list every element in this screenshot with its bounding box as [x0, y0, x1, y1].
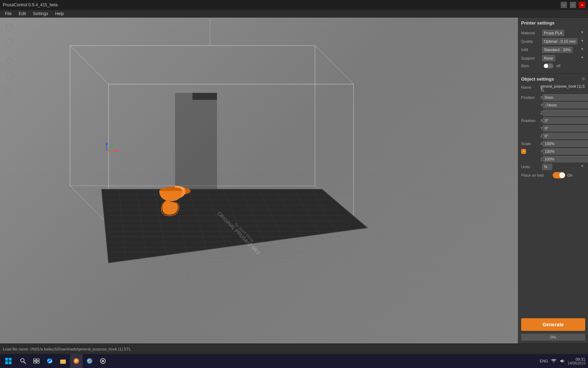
y-axis-label: Y	[540, 103, 543, 107]
svg-line-58	[107, 146, 112, 151]
support-select[interactable]: None	[542, 55, 555, 61]
ry-axis-label: Y	[540, 126, 543, 130]
support-label: Support	[521, 56, 542, 60]
sx-axis-label: X	[540, 142, 543, 146]
svg-text:ORIGINAL PRUSA i3 MK2: ORIGINAL PRUSA i3 MK2	[216, 211, 261, 255]
position-label: Position	[521, 95, 540, 100]
menu-edit[interactable]: Edit	[15, 11, 29, 17]
svg-rect-66	[9, 361, 12, 364]
main-content: ORIGINAL PRUSA i3 MK2 by Josef Prusa Pri…	[0, 18, 588, 343]
taskbar-explorer[interactable]	[57, 354, 69, 368]
menubar: File Edit Settings Help	[0, 10, 588, 18]
svg-rect-70	[37, 359, 39, 361]
material-label: Material	[521, 31, 542, 35]
object-settings-title-row: Object settings ⚙	[521, 76, 585, 82]
printer-settings-section: Printer settings Material Prusa PLA Qual…	[518, 18, 588, 74]
rotation-label: Rotation	[521, 118, 540, 123]
quality-select-wrapper: Optimal - 0.15 mm	[542, 38, 585, 45]
taskbar-prusaslicer[interactable]: P	[70, 354, 83, 368]
minimize-button[interactable]: ─	[561, 2, 567, 8]
place-on-bed-toggle[interactable]	[553, 172, 565, 178]
taskbar-chrome[interactable]	[83, 354, 96, 368]
svg-line-22	[70, 186, 108, 224]
scale-y-input[interactable]	[543, 148, 588, 155]
position-z-row: Z ▲ ▼	[521, 110, 585, 116]
svg-line-15	[70, 46, 108, 84]
quality-select[interactable]: Optimal - 0.15 mm	[542, 38, 578, 45]
brim-value: off	[556, 64, 560, 68]
svg-rect-69	[34, 359, 36, 361]
rotation-section: Rotation X ▲ ▼ Y	[521, 117, 585, 139]
right-panel: Printer settings Material Prusa PLA Qual…	[518, 18, 588, 343]
menu-help[interactable]: Help	[51, 11, 67, 17]
taskbar-extra[interactable]	[97, 354, 109, 368]
rotate-right-button[interactable]	[3, 36, 15, 49]
svg-line-47	[241, 190, 273, 261]
position-z-input[interactable]	[543, 110, 588, 116]
undo-button[interactable]	[3, 70, 15, 83]
progress-bar-container: 0%	[521, 334, 585, 341]
svg-marker-25	[102, 189, 368, 263]
svg-line-40	[119, 190, 126, 261]
generate-button[interactable]: Generate	[521, 318, 585, 331]
menu-file[interactable]: File	[1, 11, 15, 17]
svg-line-23	[315, 186, 354, 224]
start-button[interactable]	[1, 354, 15, 368]
grid-button[interactable]	[3, 86, 15, 98]
taskbar-search[interactable]	[17, 354, 29, 368]
window-controls: ─ □ ✕	[561, 2, 585, 8]
svg-marker-26	[102, 189, 368, 263]
position-y-input[interactable]	[543, 102, 588, 108]
svg-rect-11	[7, 90, 8, 91]
rotation-x-row: Rotation X ▲ ▼	[521, 117, 585, 124]
maximize-button[interactable]: □	[570, 2, 576, 8]
scale-lock-icon[interactable]: 🔒	[521, 149, 526, 154]
taskbar-right: ENG 09:31 14/08/2019	[537, 357, 588, 365]
rotate-left-button[interactable]	[3, 21, 15, 34]
rotation-x-input[interactable]	[543, 117, 588, 124]
scale-section: Scale X ▲ ▼ 🔒 Y	[521, 141, 585, 170]
rotation-y-input[interactable]	[543, 125, 588, 131]
brim-toggle[interactable]	[544, 63, 553, 68]
viewport-svg: ORIGINAL PRUSA i3 MK2 by Josef Prusa	[0, 18, 518, 343]
rotation-y-input-wrapper: ▲ ▼	[543, 125, 588, 131]
units-row: Units % mm	[521, 164, 585, 170]
progress-text: 0%	[551, 335, 556, 339]
svg-line-43	[172, 190, 189, 261]
close-button[interactable]: ✕	[579, 2, 585, 8]
position-x-input[interactable]	[543, 94, 588, 101]
svg-rect-10	[9, 91, 12, 94]
menu-settings[interactable]: Settings	[29, 11, 51, 17]
infill-select[interactable]: Standard - 20%	[542, 47, 573, 53]
scale-x-input[interactable]	[543, 141, 588, 147]
taskbar-edge[interactable]	[43, 354, 56, 368]
taskbar-time: 09:31	[568, 357, 585, 361]
rotation-z-input[interactable]	[543, 133, 588, 139]
svg-rect-64	[9, 358, 12, 361]
scale-z-input-wrapper: ▲ ▼	[543, 156, 588, 162]
rotation-z-input-wrapper: ▲ ▼	[543, 133, 588, 139]
svg-marker-57	[117, 150, 119, 152]
taskbar-taskview[interactable]	[30, 354, 43, 368]
svg-line-45	[206, 190, 231, 261]
svg-point-62	[159, 187, 191, 195]
svg-rect-71	[34, 361, 36, 363]
svg-line-50	[294, 190, 336, 261]
infill-row: Infill Standard - 20%	[521, 47, 585, 53]
material-select[interactable]: Prusa PLA	[542, 30, 564, 36]
move-tool-button[interactable]	[3, 55, 15, 67]
svg-point-81	[102, 360, 104, 362]
scale-z-input[interactable]	[543, 156, 588, 162]
taskbar-network-icon	[551, 358, 556, 364]
taskbar-date: 14/08/2019	[568, 361, 585, 365]
brim-toggle-knob	[544, 64, 548, 68]
object-settings-icon[interactable]: ⚙	[582, 77, 585, 81]
svg-line-51	[312, 190, 354, 261]
units-label: Units	[521, 165, 542, 169]
position-x-row: Position X ▲ ▼	[521, 94, 585, 101]
units-select[interactable]: % mm	[542, 164, 552, 170]
3d-viewport[interactable]: ORIGINAL PRUSA i3 MK2 by Josef Prusa	[0, 18, 518, 343]
statusbar: Load file name: //fs01/a.baileyS/Downloa…	[0, 343, 588, 354]
brim-label: Brim	[521, 64, 542, 68]
sy-axis-label: Y	[540, 149, 543, 154]
